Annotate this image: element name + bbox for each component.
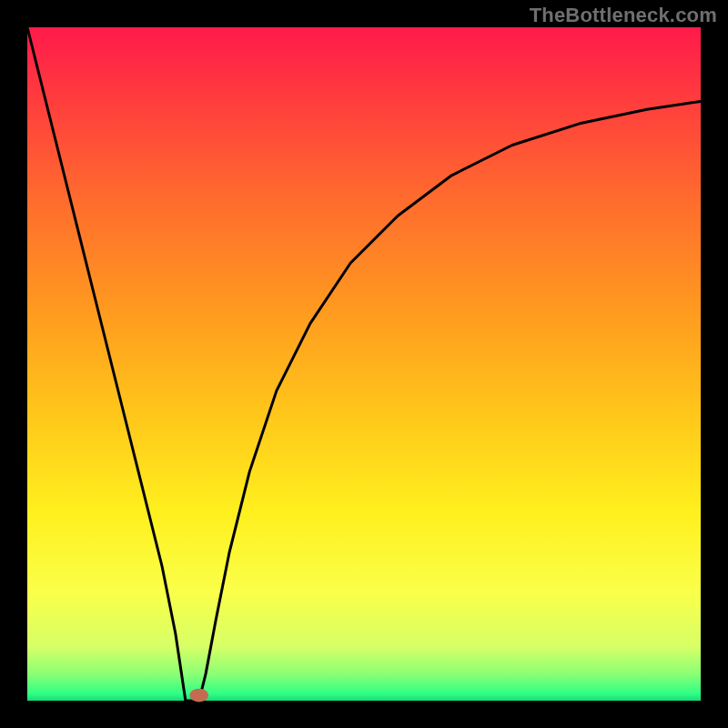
bottleneck-chart — [0, 0, 728, 728]
plot-background — [27, 27, 701, 701]
plot-area — [14, 14, 714, 714]
chart-wrapper: { "watermark": "TheBottleneck.com", "cha… — [0, 0, 728, 728]
watermark-label: TheBottleneck.com — [530, 4, 717, 27]
optimum-marker — [189, 689, 208, 703]
